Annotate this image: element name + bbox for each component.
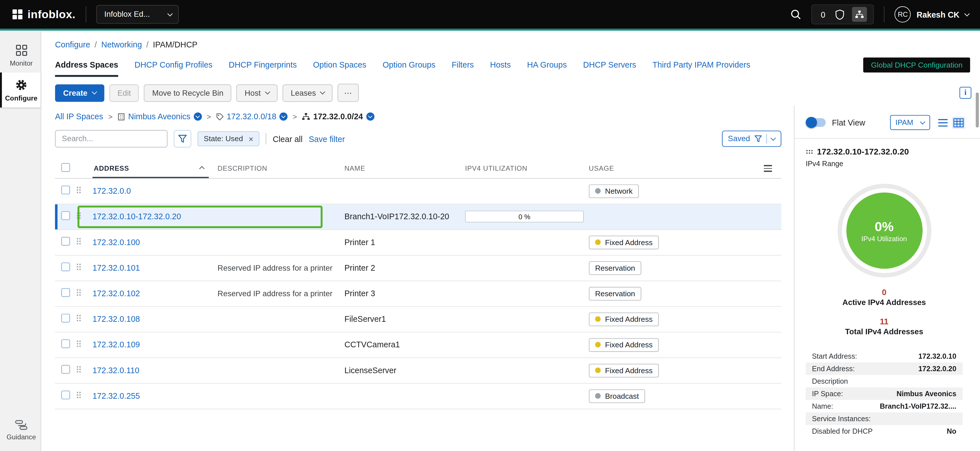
drag-handle-icon[interactable] <box>76 314 81 322</box>
user-menu[interactable]: RC Rakesh CK <box>895 6 969 22</box>
leases-button[interactable]: Leases <box>283 84 333 102</box>
app-selector-dropdown[interactable]: Infoblox Ed... <box>96 5 178 24</box>
move-to-recycle-bin-button[interactable]: Move to Recycle Bin <box>144 84 232 102</box>
expand-toggle-icon[interactable] <box>280 113 288 121</box>
row-checkbox[interactable] <box>61 186 70 195</box>
drag-handle-icon[interactable] <box>76 391 81 399</box>
select-all-checkbox[interactable] <box>61 163 70 172</box>
address-link[interactable]: 172.32.0.0 <box>92 186 131 196</box>
create-button[interactable]: Create <box>55 84 105 102</box>
table-row[interactable]: 172.32.0.100 Printer 1 Fixed Address <box>55 230 781 255</box>
column-header-ipv4-utilization[interactable]: IPV4 UTILIZATION <box>465 164 589 178</box>
address-link[interactable]: 172.32.0.108 <box>92 314 140 324</box>
row-checkbox[interactable] <box>61 365 70 374</box>
info-icon[interactable]: i <box>959 87 972 99</box>
tab-third-party-ipam-providers[interactable]: Third Party IPAM Providers <box>652 60 750 77</box>
breadcrumb-networking[interactable]: Networking <box>101 40 142 49</box>
column-header-description[interactable]: DESCRIPTION <box>218 164 345 178</box>
table-row[interactable]: 172.32.0.255 Broadcast <box>55 383 781 409</box>
expand-toggle-icon[interactable] <box>366 113 374 121</box>
flat-view-toggle[interactable] <box>806 118 826 127</box>
tab-dhcp-fingerprints[interactable]: DHCP Fingerprints <box>229 60 297 77</box>
address-link[interactable]: 172.32.0.101 <box>92 263 140 273</box>
detail-field-row: IP Space: Nimbus Aveonics <box>806 387 963 400</box>
network-status-button[interactable] <box>852 7 867 22</box>
status-group: 0 <box>811 4 874 24</box>
name-cell: FileServer1 <box>344 314 465 324</box>
row-checkbox[interactable] <box>61 211 70 220</box>
table-row[interactable]: 172.32.0.102 Reserved IP address for a p… <box>55 281 781 306</box>
tab-dhcp-config-profiles[interactable]: DHCP Config Profiles <box>134 60 213 77</box>
sort-ascending-icon <box>199 166 205 172</box>
global-dhcp-configuration-button[interactable]: Global DHCP Configuration <box>864 57 970 72</box>
tab-filters[interactable]: Filters <box>452 60 474 77</box>
drag-handle-icon[interactable] <box>76 186 81 194</box>
row-checkbox[interactable] <box>61 288 70 297</box>
tab-option-spaces[interactable]: Option Spaces <box>313 60 366 77</box>
drag-handle-icon[interactable] <box>76 263 81 271</box>
tab-hosts[interactable]: Hosts <box>490 60 511 77</box>
infoblox-logo[interactable]: infoblox. <box>13 8 76 21</box>
column-settings-icon[interactable] <box>764 165 772 172</box>
column-header-usage[interactable]: USAGE <box>589 164 764 178</box>
sidebar-item-guidance[interactable]: Guidance <box>0 414 41 446</box>
address-link[interactable]: 172.32.0.109 <box>92 340 140 349</box>
address-link[interactable]: 172.32.0.100 <box>92 237 140 247</box>
breadcrumb-configure[interactable]: Configure <box>55 40 90 49</box>
field-label: Name: <box>812 402 833 410</box>
row-checkbox[interactable] <box>61 314 70 322</box>
row-checkbox[interactable] <box>61 391 70 400</box>
tab-dhcp-servers[interactable]: DHCP Servers <box>583 60 636 77</box>
gear-icon <box>15 79 27 91</box>
address-link[interactable]: 172.32.0.255 <box>92 391 140 401</box>
saved-filters-dropdown[interactable]: Saved <box>722 131 781 147</box>
tab-address-spaces[interactable]: Address Spaces <box>55 60 118 77</box>
expand-toggle-icon[interactable] <box>193 113 202 121</box>
tab-ha-groups[interactable]: HA Groups <box>527 60 567 77</box>
address-link[interactable]: 172.32.0.102 <box>92 289 140 298</box>
drag-handle-icon[interactable] <box>76 340 81 347</box>
path-all-ip-spaces[interactable]: All IP Spaces <box>55 112 103 121</box>
row-checkbox[interactable] <box>61 237 70 246</box>
edit-button[interactable]: Edit <box>109 84 139 102</box>
table-row[interactable]: 172.32.0.110 LicenseServer Fixed Address <box>55 358 781 383</box>
table-row[interactable]: 172.32.0.101 Reserved IP address for a p… <box>55 255 781 281</box>
grid-view-icon[interactable] <box>952 116 965 129</box>
clear-all-button[interactable]: Clear all <box>273 134 302 143</box>
table-row[interactable]: 172.32.0.108 FileServer1 Fixed Address <box>55 307 781 332</box>
usage-badge: Reservation <box>589 261 641 275</box>
drag-handle-icon[interactable] <box>76 237 81 245</box>
row-checkbox[interactable] <box>61 262 70 271</box>
search-icon[interactable] <box>790 9 802 20</box>
sidebar-item-configure[interactable]: Configure <box>0 72 41 107</box>
filter-chip-state-used[interactable]: State: Used × <box>197 131 259 146</box>
drag-handle-icon[interactable] <box>76 289 81 296</box>
table-row[interactable]: 172.32.0.109 CCTVCamera1 Fixed Address <box>55 332 781 358</box>
row-checkbox[interactable] <box>61 339 70 348</box>
more-actions-button[interactable]: ⋯ <box>338 84 359 102</box>
view-mode-select[interactable]: IPAM <box>890 115 930 130</box>
path-ip-space[interactable]: Nimbus Aveonics <box>128 112 190 121</box>
drag-handle-icon[interactable] <box>76 365 81 373</box>
scrollbar-thumb[interactable] <box>976 92 979 127</box>
host-button[interactable]: Host <box>237 84 278 102</box>
column-header-address[interactable]: ADDRESS <box>92 164 218 178</box>
list-view-icon[interactable] <box>936 116 949 129</box>
sidebar-item-monitor[interactable]: Monitor <box>0 38 41 72</box>
column-header-name[interactable]: NAME <box>344 164 465 178</box>
view-controls: Flat View IPAM <box>794 106 980 139</box>
address-link[interactable]: 172.32.0.10-172.32.0.20 <box>92 212 181 221</box>
shield-icon[interactable] <box>835 9 845 20</box>
save-filter-link[interactable]: Save filter <box>309 134 345 143</box>
tab-option-groups[interactable]: Option Groups <box>383 60 436 77</box>
address-link[interactable]: 172.32.0.110 <box>92 365 140 375</box>
filter-funnel-button[interactable] <box>174 130 191 148</box>
notification-count[interactable]: 0 <box>818 10 828 19</box>
table-row[interactable]: 172.32.0.10-172.32.0.20 Branch1-VoIP172.… <box>55 204 781 230</box>
search-input[interactable] <box>55 130 168 148</box>
drag-handle-icon[interactable] <box>76 212 81 219</box>
sidebar: Monitor Configure Guidance <box>0 31 41 451</box>
chip-close-icon[interactable]: × <box>248 135 253 143</box>
path-subnet[interactable]: 172.32.0.0/18 <box>227 112 277 121</box>
table-row[interactable]: 172.32.0.0 Network <box>55 178 781 204</box>
